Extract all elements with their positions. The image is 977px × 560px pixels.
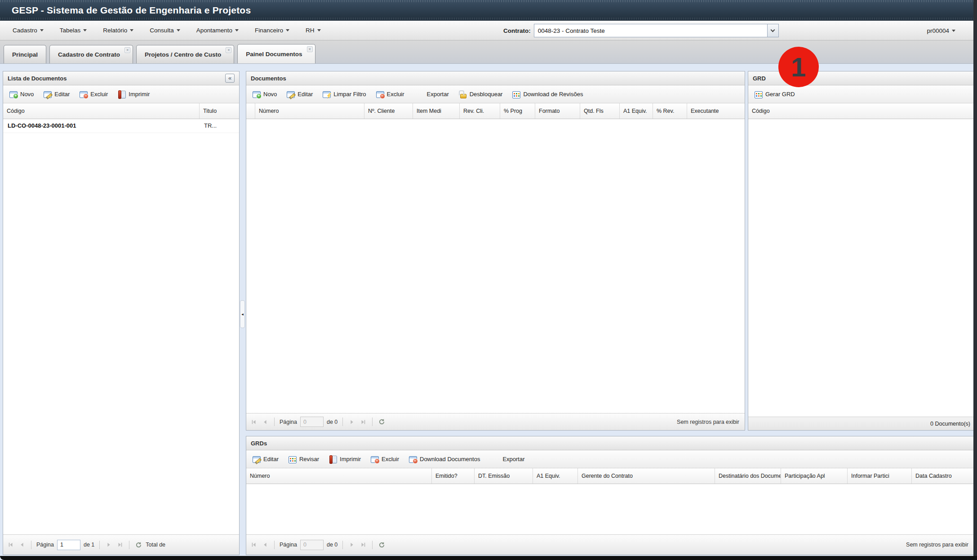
column-header-item-medi[interactable]: Item Medi xyxy=(413,103,460,119)
column-header-rev-cli[interactable]: Rev. Cli. xyxy=(460,103,500,119)
splitter-collapse-handle[interactable]: ◂ xyxy=(240,300,245,328)
divider xyxy=(129,541,129,549)
column-header-selector[interactable] xyxy=(246,103,255,119)
page-count-label: de 1 xyxy=(84,542,94,548)
next-page-button[interactable] xyxy=(348,418,356,426)
menu-item-tabelas[interactable]: Tabelas xyxy=(60,27,87,34)
last-page-button[interactable] xyxy=(359,418,367,426)
grd-toolbar: Gerar GRD xyxy=(748,85,974,103)
column-header-no-cliente[interactable]: Nº. Cliente xyxy=(364,103,413,119)
divider xyxy=(342,541,343,549)
revisar-button[interactable]: Revisar xyxy=(286,454,322,464)
chevron-down-icon xyxy=(130,29,133,31)
column-header-informar[interactable]: Informar Partici xyxy=(848,468,912,484)
page-input[interactable] xyxy=(300,417,324,427)
page-input[interactable] xyxy=(300,540,324,550)
horizontal-splitter[interactable] xyxy=(246,431,974,436)
refresh-button[interactable] xyxy=(134,541,142,549)
lista-pagination-bar: Página de 1 Total de xyxy=(3,534,239,555)
excluir-button[interactable]: Excluir xyxy=(368,454,402,464)
exportar-button[interactable]: Exportar xyxy=(424,89,452,99)
gerar-grd-button[interactable]: Gerar GRD xyxy=(752,89,798,99)
download-revisoes-button[interactable]: Download de Revisões xyxy=(510,89,586,99)
last-page-button[interactable] xyxy=(116,541,124,549)
prev-page-button[interactable] xyxy=(18,541,26,549)
table-grid-icon xyxy=(755,90,763,98)
column-header-numero[interactable]: Número xyxy=(255,103,364,119)
column-header-a1-equiv[interactable]: A1 Equiv. xyxy=(533,468,578,484)
tab-projetos-centro-de-custo[interactable]: Projetos / Centro de Custo× xyxy=(136,45,234,63)
window-lightning-icon xyxy=(323,90,331,98)
collapse-panel-button[interactable]: « xyxy=(225,74,235,83)
last-page-button[interactable] xyxy=(359,541,367,549)
menu-item-apontamento[interactable]: Apontamento xyxy=(196,27,239,34)
refresh-button[interactable] xyxy=(377,541,386,549)
desbloquear-button[interactable]: Desbloquear xyxy=(456,89,506,99)
editar-button[interactable]: Editar xyxy=(284,89,315,99)
tab-cadastro-de-contrato[interactable]: Cadastro de Contrato× xyxy=(49,45,133,63)
column-header-rev[interactable]: % Rev. xyxy=(653,103,687,119)
vertical-splitter[interactable]: ◂ xyxy=(240,71,246,555)
novo-button[interactable]: Novo xyxy=(7,89,36,99)
menu-item-financeiro[interactable]: Financeiro xyxy=(255,27,289,34)
imprimir-button[interactable]: Imprimir xyxy=(115,89,152,99)
column-header-emitido[interactable]: Emitido? xyxy=(432,468,475,484)
prev-page-button[interactable] xyxy=(261,541,269,549)
column-header-gerente[interactable]: Gerente do Contrato xyxy=(578,468,715,484)
tab-close-icon[interactable]: × xyxy=(307,46,313,52)
imprimir-button[interactable]: Imprimir xyxy=(326,454,364,464)
column-header-destinatario[interactable]: Destinatário dos Documentos xyxy=(715,468,781,484)
table-row[interactable]: LD-CO-0048-23-0001-001 TR... xyxy=(3,119,239,133)
chevron-down-icon xyxy=(177,29,180,31)
empty-text: Sem registros para exibir xyxy=(906,542,970,548)
exportar-button[interactable]: Exportar xyxy=(500,454,527,464)
editar-button[interactable]: Editar xyxy=(250,454,281,464)
first-page-button[interactable] xyxy=(250,418,258,426)
tab-close-icon[interactable]: × xyxy=(124,47,130,53)
next-page-button[interactable] xyxy=(348,541,356,549)
column-header-dt-emissao[interactable]: DT. Emissão xyxy=(475,468,533,484)
first-page-button[interactable] xyxy=(250,541,258,549)
excluir-button[interactable]: Excluir xyxy=(373,89,407,99)
download-documentos-button[interactable]: Download Documentos xyxy=(406,454,483,464)
next-page-button[interactable] xyxy=(105,541,113,549)
editar-button[interactable]: Editar xyxy=(41,89,72,99)
tab-principal[interactable]: Principal xyxy=(4,45,46,63)
refresh-button[interactable] xyxy=(377,418,386,426)
tab-painel-documentos[interactable]: Painel Documentos× xyxy=(237,44,315,63)
menu-item-consulta[interactable]: Consulta xyxy=(150,27,180,34)
column-header-formato[interactable]: Formato xyxy=(535,103,580,119)
window-edit-icon xyxy=(253,455,261,463)
page-input[interactable] xyxy=(57,540,80,550)
column-header-codigo[interactable]: Código xyxy=(748,103,974,119)
column-header-participacao[interactable]: Participação Apl xyxy=(781,468,848,484)
excluir-button[interactable]: Excluir xyxy=(77,89,111,99)
contract-combobox[interactable]: 0048-23 - Contrato Teste xyxy=(534,24,779,37)
column-header-titulo[interactable]: Titulo xyxy=(200,103,239,119)
column-header-codigo[interactable]: Código xyxy=(3,103,200,119)
tabbar: Principal Cadastro de Contrato× Projetos… xyxy=(0,40,973,64)
panel-title: GRD xyxy=(753,75,766,82)
column-header-qtd-fls[interactable]: Qtd. Fls xyxy=(580,103,620,119)
first-page-button[interactable] xyxy=(7,541,15,549)
column-header-data-cadastro[interactable]: Data Cadastro xyxy=(912,468,974,484)
menu-item-rh[interactable]: RH xyxy=(306,27,321,34)
divider xyxy=(31,541,31,549)
combobox-trigger-button[interactable] xyxy=(767,24,778,37)
page-label: Página xyxy=(280,542,297,548)
documentos-panel: Documentos Novo Editar Limpar Filtro Exc… xyxy=(246,71,745,431)
user-menu-button[interactable]: pr00004 xyxy=(927,21,955,40)
column-header-a1-equiv[interactable]: A1 Equiv. xyxy=(620,103,653,119)
panel-title: GRDs xyxy=(251,440,267,447)
column-header-numero[interactable]: Número xyxy=(246,468,432,484)
column-header-prog[interactable]: % Prog xyxy=(500,103,535,119)
column-header-executante[interactable]: Executante xyxy=(687,103,745,119)
novo-button[interactable]: Novo xyxy=(250,89,280,99)
prev-page-button[interactable] xyxy=(261,418,269,426)
menu-item-cadastro[interactable]: Cadastro xyxy=(13,27,44,34)
tab-close-icon[interactable]: × xyxy=(226,47,231,53)
documentos-toolbar: Novo Editar Limpar Filtro Excluir Export… xyxy=(246,85,745,103)
limpar-filtro-button[interactable]: Limpar Filtro xyxy=(320,89,369,99)
panel-title: Documentos xyxy=(251,75,286,82)
menu-item-relatorio[interactable]: Relatório xyxy=(103,27,133,34)
